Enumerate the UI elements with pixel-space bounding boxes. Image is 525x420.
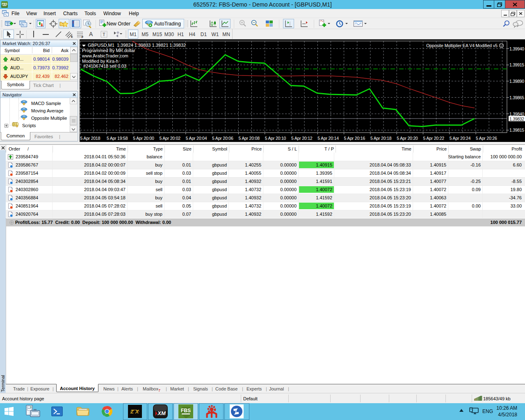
svg-text:5 Apr 20:04: 5 Apr 20:04 — [186, 136, 207, 141]
svg-text:XM: XM — [157, 410, 166, 416]
svg-text:X: X — [135, 409, 139, 415]
svg-text:5 Apr 20:08: 5 Apr 20:08 — [238, 136, 260, 141]
svg-text:F: F — [82, 36, 84, 39]
svg-text:5 Apr 20:26: 5 Apr 20:26 — [476, 136, 497, 141]
svg-text:Programmed By MR.dollar: Programmed By MR.dollar — [82, 48, 135, 53]
svg-text:E: E — [71, 35, 73, 38]
svg-text:5 Apr 20:10: 5 Apr 20:10 — [265, 136, 286, 141]
svg-text:1.39840: 1.39840 — [509, 112, 524, 116]
svg-text:1.39940: 1.39940 — [509, 46, 524, 51]
svg-text:#241067418 sell 0.03: #241067418 sell 0.03 — [83, 64, 126, 68]
svg-text:5 Apr 20:00: 5 Apr 20:00 — [133, 136, 154, 141]
svg-text:Z: Z — [130, 409, 134, 415]
svg-text:1.39832: 1.39832 — [509, 116, 524, 121]
svg-text:Opposite Multiplier EA V4 Modi: Opposite Multiplier EA V4 Modified v5 — [426, 43, 498, 48]
svg-text:5 Apr 19:58: 5 Apr 19:58 — [107, 136, 128, 141]
svg-text:Modified by Kira-h: Modified by Kira-h — [82, 59, 119, 64]
svg-text:5 Apr 20:12: 5 Apr 20:12 — [291, 136, 313, 141]
svg-text:5 Apr 20:22: 5 Apr 20:22 — [423, 136, 445, 141]
svg-text:GBPUSD,M1 1.39824 1.39833 1.3: GBPUSD,M1 1.39824 1.39833 1.39821 1.3983… — [88, 43, 186, 48]
svg-text:5 Apr 2018: 5 Apr 2018 — [80, 136, 100, 141]
svg-text:1.39865: 1.39865 — [509, 95, 524, 100]
svg-text:5 Apr 20:02: 5 Apr 20:02 — [160, 136, 181, 141]
svg-text:5 Apr 20:06: 5 Apr 20:06 — [212, 136, 233, 141]
svg-text:5 Apr 20:24: 5 Apr 20:24 — [450, 136, 471, 141]
svg-text:5 Apr 20:18: 5 Apr 20:18 — [370, 136, 392, 141]
svg-text:5 Apr 20:16: 5 Apr 20:16 — [344, 136, 365, 141]
svg-text:1.39890: 1.39890 — [509, 79, 524, 84]
svg-text:5 Apr 20:14: 5 Apr 20:14 — [317, 136, 339, 141]
svg-text:FBS: FBS — [181, 408, 191, 413]
svg-text:1.39815: 1.39815 — [509, 128, 524, 132]
svg-text:5 Apr 20:20: 5 Apr 20:20 — [397, 136, 418, 141]
svg-text:www.ArabicTrader.com: www.ArabicTrader.com — [82, 53, 128, 58]
svg-text:T: T — [103, 32, 105, 37]
svg-text:1.39915: 1.39915 — [509, 62, 524, 67]
